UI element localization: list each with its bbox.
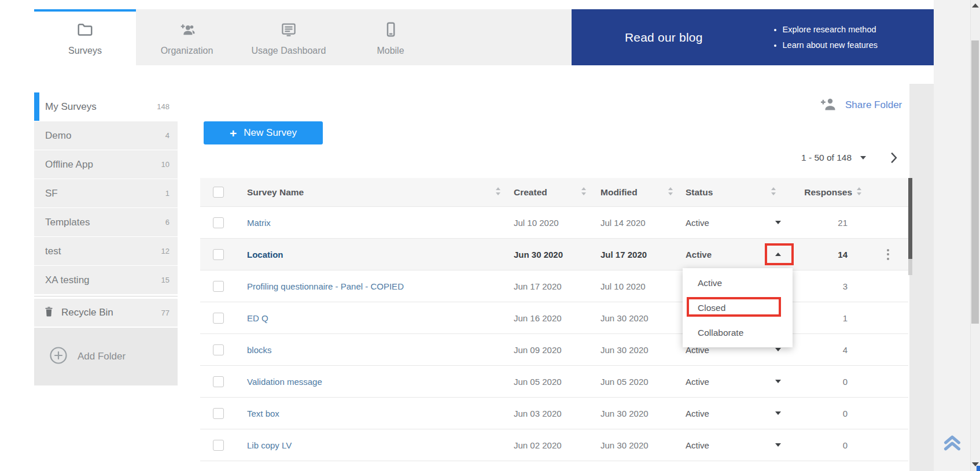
row-checkbox-cell: [200, 440, 235, 451]
pagination-dropdown-caret-icon[interactable]: [860, 156, 866, 160]
row-checkbox[interactable]: [213, 313, 224, 324]
sort-icon[interactable]: [495, 187, 501, 198]
row-created-cell: Jun 05 2020: [503, 377, 590, 387]
status-dropdown-item-closed[interactable]: Closed: [683, 295, 793, 320]
sort-icon[interactable]: [771, 187, 776, 198]
survey-name-link[interactable]: blocks: [247, 345, 272, 355]
folder-icon: [76, 21, 94, 40]
survey-name-link[interactable]: Text box: [247, 409, 279, 418]
row-modified-cell: Jul 14 2020: [590, 218, 677, 228]
banner-bullet-list: Explore research method Learn about new …: [771, 22, 878, 53]
scrollbar-up-arrow-icon[interactable]: [972, 3, 979, 8]
chevron-right-icon: [890, 152, 898, 164]
banner-bullet: Explore research method: [783, 22, 878, 38]
row-modified-cell: Jun 30 2020: [590, 440, 677, 450]
sidebar-folder-item[interactable]: Demo 4: [34, 121, 178, 150]
row-name-cell: Matrix: [235, 218, 503, 228]
select-all-checkbox[interactable]: [213, 187, 224, 198]
folder-label: Templates: [45, 217, 90, 228]
folder-count: 4: [165, 131, 170, 140]
row-name-cell: Lib copy LV: [235, 440, 503, 450]
row-created-cell: Jun 30 2020: [503, 250, 590, 259]
status-dropdown-caret-icon[interactable]: [775, 411, 781, 415]
tab-organization-label: Organization: [161, 46, 213, 56]
header-created-label: Created: [514, 187, 547, 198]
sidebar-folder-item[interactable]: XA testing 15: [34, 266, 178, 294]
person-add-icon: [820, 97, 838, 113]
survey-table-row: Location Jun 30 2020 Jul 17 2020 Active …: [200, 239, 908, 270]
surveys-page: Surveys Organization: [0, 0, 980, 471]
sidebar-item-recycle-bin[interactable]: Recycle Bin 77: [34, 299, 178, 327]
row-checkbox[interactable]: [213, 344, 224, 355]
add-folder-button[interactable]: Add Folder: [34, 328, 178, 385]
header-survey-name-label: Survey Name: [247, 187, 304, 198]
row-checkbox[interactable]: [213, 408, 224, 419]
status-dropdown-caret-icon[interactable]: [775, 380, 781, 383]
survey-table-row: ED Q Jun 16 2020 Jun 30 2020 Active 1: [200, 302, 908, 334]
kebab-menu-icon[interactable]: [885, 247, 891, 262]
table-scrollbar-thumb[interactable]: [908, 178, 912, 259]
survey-name-link[interactable]: Matrix: [247, 218, 271, 228]
next-page-button[interactable]: [890, 152, 898, 166]
header-responses[interactable]: Responses: [793, 187, 868, 198]
sort-icon[interactable]: [856, 187, 862, 198]
folder-label: My Surveys: [45, 101, 97, 113]
row-status-cell: Active: [677, 409, 793, 418]
tab-mobile[interactable]: Mobile: [340, 9, 441, 65]
page-right-margin: [934, 0, 970, 471]
status-label: Active: [686, 409, 709, 418]
survey-name-link[interactable]: Lib copy LV: [247, 440, 292, 450]
survey-name-link[interactable]: Validation message: [247, 377, 322, 387]
row-modified-cell: Jun 05 2020: [590, 377, 677, 387]
row-checkbox[interactable]: [213, 217, 224, 228]
tab-usage-dashboard[interactable]: Usage Dashboard: [238, 9, 340, 65]
header-modified[interactable]: Modified: [590, 187, 677, 198]
sidebar-folder-item[interactable]: SF 1: [34, 179, 178, 207]
header-survey-name[interactable]: Survey Name: [235, 187, 503, 198]
status-dropdown-caret-icon[interactable]: [775, 348, 781, 351]
row-responses-cell: 0: [793, 377, 868, 387]
plus-icon: +: [230, 127, 237, 139]
header-responses-label: Responses: [804, 187, 852, 198]
survey-name-link[interactable]: Profiling questionnaire - Panel - COPIED: [247, 281, 404, 291]
header-checkbox-cell: [200, 187, 235, 198]
status-dropdown-caret-icon[interactable]: [775, 221, 781, 224]
row-checkbox-cell: [200, 408, 235, 419]
row-checkbox[interactable]: [213, 249, 224, 260]
row-checkbox[interactable]: [213, 440, 224, 451]
status-dropdown-caret-icon[interactable]: [775, 443, 781, 447]
status-label: Active: [686, 250, 712, 259]
status-dropdown-item-active[interactable]: Active: [683, 270, 793, 295]
survey-table-row: Validation message Jun 05 2020 Jun 05 20…: [200, 366, 908, 398]
row-checkbox[interactable]: [213, 281, 224, 292]
survey-table: Survey Name Created Modified Status: [200, 178, 908, 461]
status-dropdown-item-collaborate[interactable]: Collaborate: [683, 320, 793, 345]
tab-organization[interactable]: Organization: [136, 9, 238, 65]
page-scrollbar-thumb[interactable]: [971, 40, 979, 324]
status-label: Active: [686, 377, 709, 387]
sort-icon[interactable]: [668, 187, 673, 198]
row-checkbox-cell: [200, 313, 235, 324]
header-status[interactable]: Status: [677, 187, 793, 198]
pagination-range-label: 1 - 50 of 148: [801, 153, 852, 163]
share-folder-button[interactable]: Share Folder: [820, 97, 902, 113]
survey-name-link[interactable]: ED Q: [247, 313, 268, 323]
survey-name-link[interactable]: Location: [247, 250, 283, 259]
row-created-cell: Jun 16 2020: [503, 313, 590, 323]
status-dropdown-caret-icon[interactable]: [775, 253, 781, 256]
banner-title-link[interactable]: Read our blog: [625, 31, 703, 44]
new-survey-button[interactable]: + New Survey: [204, 121, 323, 144]
scroll-to-top-button[interactable]: [943, 434, 961, 454]
row-checkbox[interactable]: [213, 376, 224, 387]
folder-count: 15: [161, 276, 170, 284]
row-responses-cell: 0: [793, 409, 868, 418]
sidebar-folder-list: My Surveys 148 Demo 4 Offline App 10 SF …: [34, 92, 178, 294]
tab-surveys[interactable]: Surveys: [34, 9, 136, 65]
sidebar-folder-item[interactable]: test 12: [34, 237, 178, 265]
sort-icon[interactable]: [581, 187, 587, 198]
sidebar-folder-item[interactable]: My Surveys 148: [34, 92, 178, 121]
header-created[interactable]: Created: [503, 187, 590, 198]
sidebar-folder-item[interactable]: Templates 6: [34, 208, 178, 236]
recycle-bin-count: 77: [161, 309, 170, 317]
sidebar-folder-item[interactable]: Offline App 10: [34, 150, 178, 179]
